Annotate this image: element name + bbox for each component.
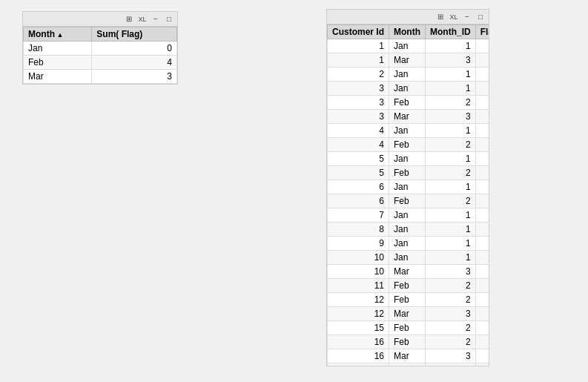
right-cell-monthid: 3 xyxy=(426,53,476,67)
right-cell-monthid: 1 xyxy=(426,39,476,53)
left-cell-month: Feb xyxy=(24,56,92,70)
right-cell-monthid: 3 xyxy=(426,110,476,124)
right-cell-customerid: 2 xyxy=(328,67,389,82)
right-table-row: 1 Jan 1 0 xyxy=(328,39,489,53)
right-cell-customerid: 3 xyxy=(328,96,389,110)
right-cell-flag: 0 xyxy=(475,124,489,138)
right-cell-flag: 1 xyxy=(475,110,489,124)
right-table-row: 1 Mar 3 0 xyxy=(328,53,489,67)
left-table-row: Feb 4 xyxy=(24,56,177,70)
right-cell-flag: 1 xyxy=(475,307,489,321)
right-cell-month: Jan xyxy=(389,208,426,223)
left-panel-icon1[interactable]: ⊞ xyxy=(124,14,134,24)
right-cell-flag: 0 xyxy=(475,223,489,237)
right-cell-monthid: 2 xyxy=(426,321,476,335)
right-table-row: 10 Mar 3 0 xyxy=(328,265,489,279)
right-table-row: 4 Feb 2 1 xyxy=(328,138,489,152)
right-cell-month: Mar xyxy=(389,349,426,363)
right-table-row: 16 Mar 3 1 xyxy=(328,349,489,363)
right-table-row: 5 Feb 2 1 xyxy=(328,166,489,180)
right-table-row: 12 Mar 3 1 xyxy=(328,307,489,321)
right-cell-customerid: 1 xyxy=(328,39,389,53)
right-cell-monthid: 1 xyxy=(426,82,476,96)
right-panel-minimize[interactable]: − xyxy=(462,12,472,22)
right-cell-monthid: 2 xyxy=(426,138,476,152)
right-cell-month: Feb xyxy=(389,279,426,293)
right-panel-icon2[interactable]: XL xyxy=(449,12,459,22)
right-cell-flag: 1 xyxy=(475,349,489,363)
right-col-month[interactable]: Month xyxy=(389,25,426,39)
right-cell-month: Mar xyxy=(389,265,426,279)
right-cell-monthid: 2 xyxy=(426,293,476,307)
right-cell-month: Jan xyxy=(389,39,426,53)
right-cell-flag: 1 xyxy=(475,194,489,208)
right-cell-month: Jan xyxy=(389,237,426,251)
left-panel-minimize[interactable]: − xyxy=(151,14,161,24)
right-cell-monthid: 2 xyxy=(426,194,476,208)
right-table-row: 5 Jan 1 0 xyxy=(328,152,489,166)
right-col-flag[interactable]: Flag xyxy=(475,25,489,39)
right-table-row: 6 Jan 1 0 xyxy=(328,180,489,194)
right-cell-monthid: 3 xyxy=(426,349,476,363)
left-col-month[interactable]: Month xyxy=(24,27,92,42)
right-panel-toolbar: ⊞ XL − □ xyxy=(327,10,489,24)
right-panel: ⊞ XL − □ Customer Id Month Month_ID Flag… xyxy=(326,9,489,366)
right-cell-monthid: 2 xyxy=(426,279,476,293)
right-cell-flag: 0 xyxy=(475,67,489,82)
right-cell-customerid: 3 xyxy=(328,110,389,124)
right-cell-customerid: 7 xyxy=(328,208,389,223)
right-cell-flag: 0 xyxy=(475,321,489,335)
right-cell-flag: 0 xyxy=(475,208,489,223)
right-cell-monthid: 1 xyxy=(426,152,476,166)
left-panel-maximize[interactable]: □ xyxy=(164,14,174,24)
right-panel-maximize[interactable]: □ xyxy=(475,12,486,22)
right-cell-customerid: 5 xyxy=(328,152,389,166)
right-cell-customerid: 8 xyxy=(328,223,389,237)
right-table-row: 12 Feb 2 0 xyxy=(328,293,489,307)
right-cell-monthid: 2 xyxy=(426,335,476,349)
right-cell-flag: 0 xyxy=(475,152,489,166)
right-cell-flag: 0 xyxy=(475,293,489,307)
right-cell-month: Mar xyxy=(389,53,426,67)
right-panel-icon1[interactable]: ⊞ xyxy=(435,12,446,22)
right-cell-month: Feb xyxy=(389,293,426,307)
left-cell-sumflag: 4 xyxy=(92,56,177,70)
right-table-row: 4 Jan 1 0 xyxy=(328,124,489,138)
right-cell-customerid: 10 xyxy=(328,251,389,265)
right-cell-monthid: 2 xyxy=(426,96,476,110)
right-cell-flag: 1 xyxy=(475,138,489,152)
right-table-row: 3 Feb 2 1 xyxy=(328,96,489,110)
left-table-row: Mar 3 xyxy=(24,70,177,84)
left-panel-toolbar: ⊞ XL − □ xyxy=(23,12,177,27)
right-table-row: 6 Feb 2 1 xyxy=(328,194,489,208)
right-table-row: 15 Feb 2 0 xyxy=(328,321,489,335)
right-cell-flag: 1 xyxy=(475,96,489,110)
right-col-customerid[interactable]: Customer Id xyxy=(328,25,389,39)
right-cell-month: Feb xyxy=(389,321,426,335)
right-cell-customerid: 10 xyxy=(328,265,389,279)
right-table-row: 8 Jan 1 0 xyxy=(328,223,489,237)
right-table-row: 11 Feb 2 0 xyxy=(328,279,489,293)
right-table-row: 3 Jan 1 0 xyxy=(328,82,489,96)
right-table-row: 10 Jan 1 0 xyxy=(328,251,489,265)
left-col-sumflag[interactable]: Sum( Flag) xyxy=(92,27,177,42)
right-cell-customerid: 16 xyxy=(328,349,389,363)
right-cell-flag: 0 xyxy=(475,279,489,293)
right-cell-monthid: 3 xyxy=(426,363,476,366)
right-col-monthid[interactable]: Month_ID xyxy=(426,25,476,39)
right-cell-month: Mar xyxy=(389,110,426,124)
right-table-row: 16 Feb 2 0 xyxy=(328,335,489,349)
right-cell-month: Feb xyxy=(389,138,426,152)
right-cell-customerid: 4 xyxy=(328,124,389,138)
right-cell-monthid: 3 xyxy=(426,265,476,279)
right-cell-month: Jan xyxy=(389,180,426,194)
right-table-row: 7 Jan 1 0 xyxy=(328,208,489,223)
right-cell-monthid: 2 xyxy=(426,166,476,180)
right-cell-month: Mar xyxy=(389,363,426,366)
left-table-row: Jan 0 xyxy=(24,42,177,56)
right-cell-flag: 0 xyxy=(475,82,489,96)
right-cell-month: Jan xyxy=(389,124,426,138)
right-cell-customerid: 1 xyxy=(328,53,389,67)
right-cell-flag: 0 xyxy=(475,251,489,265)
left-panel-icon2[interactable]: XL xyxy=(137,14,148,24)
